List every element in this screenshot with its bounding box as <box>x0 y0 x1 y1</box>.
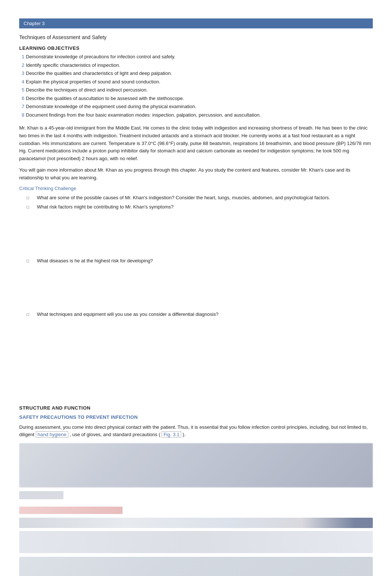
obj-num-7: 7 <box>19 103 26 110</box>
obj-text-4: Explain the physical properties of sound… <box>26 78 160 86</box>
learning-objectives-title: LEARNING OBJECTIVES <box>19 45 373 51</box>
structure-section: STRUCTURE AND FUNCTION SAFETY PRECAUTION… <box>19 405 373 576</box>
list-item: 7 Demonstrate knowledge of the equipment… <box>19 103 373 110</box>
safety-body-text: During assessment, you come into direct … <box>19 424 373 439</box>
critical-bullet-2: What risk factors might be contributing … <box>37 203 173 211</box>
list-item: 1 Demonstrate knowledge of precautions f… <box>19 53 373 61</box>
obj-text-7: Demonstrate knowledge of the equipment u… <box>26 103 196 110</box>
case-text-1: Mr. Khan is a 45-year-old immigrant from… <box>19 124 373 163</box>
blurred-content-2 <box>19 557 373 576</box>
chapter-title: Chapter 3 <box>24 21 45 26</box>
obj-num-8: 8 <box>19 111 26 119</box>
safety-text-3: ). <box>183 432 186 437</box>
list-item: 4 Explain the physical properties of sou… <box>19 78 373 86</box>
list-item: 3 Describe the qualities and characteris… <box>19 70 373 77</box>
objectives-list: 1 Demonstrate knowledge of precautions f… <box>19 53 373 118</box>
obj-num-5: 5 <box>19 86 26 94</box>
page-subtitle: Techniques of Assessment and Safety <box>19 34 373 40</box>
chapter-header: Chapter 3 <box>19 18 373 28</box>
list-item: 2 Identify specific characteristics of i… <box>19 62 373 69</box>
critical-bullet-4: What techniques and equipment will you u… <box>37 311 219 318</box>
critical-thinking-list: □ What are some of the possible causes o… <box>27 194 373 211</box>
hand-hygiene-link[interactable]: hand hygiene <box>36 431 68 438</box>
list-item: □ What techniques and equipment will you… <box>27 311 373 318</box>
obj-text-8: Document findings from the four basic ex… <box>26 111 261 119</box>
list-item: □ What diseases is he at the highest ris… <box>27 257 373 265</box>
content-area: Techniques of Assessment and Safety LEAR… <box>19 28 373 576</box>
bullet-list-4: □ What techniques and equipment will you… <box>27 311 373 318</box>
list-item: 6 Describe the qualities of auscultation… <box>19 95 373 102</box>
critical-thinking-link[interactable]: Critical Thinking Challenge <box>19 186 373 191</box>
critical-bullet-1: What are some of the possible causes of … <box>37 194 330 201</box>
critical-bullet-3: What diseases is he at the highest risk … <box>37 257 153 265</box>
spacer <box>19 320 373 394</box>
obj-text-1: Demonstrate knowledge of precautions for… <box>26 53 175 61</box>
obj-num-6: 6 <box>19 95 26 102</box>
obj-text-5: Describe the techniques of direct and in… <box>26 86 148 94</box>
safety-text-2: , use of gloves, and standard precaution… <box>70 432 161 437</box>
case-text-2: You will gain more information about Mr.… <box>19 166 373 182</box>
obj-num-1: 1 <box>19 53 26 61</box>
section-gap-1 <box>19 213 373 257</box>
bullet-icon: □ <box>27 203 37 210</box>
obj-text-3: Describe the qualities and characteristi… <box>26 70 172 77</box>
list-item: 5 Describe the techniques of direct and … <box>19 86 373 94</box>
fig-3-1-link[interactable]: Fig. 3.1 <box>162 431 181 438</box>
structure-title: STRUCTURE AND FUNCTION <box>19 405 373 411</box>
section-gap-2 <box>19 266 373 311</box>
obj-num-2: 2 <box>19 62 26 69</box>
bottom-blurred-section <box>19 507 373 576</box>
safety-title: SAFETY PRECAUTIONS TO PREVENT INFECTION <box>19 414 373 420</box>
blurred-header <box>19 507 123 514</box>
obj-num-3: 3 <box>19 70 26 77</box>
action-bar <box>19 518 373 528</box>
bullet-icon: □ <box>27 194 37 201</box>
bullet-list-3: □ What diseases is he at the highest ris… <box>27 257 373 265</box>
list-item: □ What risk factors might be contributin… <box>27 203 373 211</box>
list-item: □ What are some of the possible causes o… <box>27 194 373 201</box>
image-caption <box>19 491 63 499</box>
obj-text-2: Identify specific characteristics of ins… <box>26 62 120 69</box>
bullet-icon: □ <box>27 311 37 318</box>
bullet-icon: □ <box>27 257 37 264</box>
obj-text-6: Describe the qualities of auscultation t… <box>26 95 184 102</box>
blurred-content-1 <box>19 531 373 553</box>
figure-image <box>19 443 373 487</box>
obj-num-4: 4 <box>19 78 26 86</box>
list-item: 8 Document findings from the four basic … <box>19 111 373 119</box>
